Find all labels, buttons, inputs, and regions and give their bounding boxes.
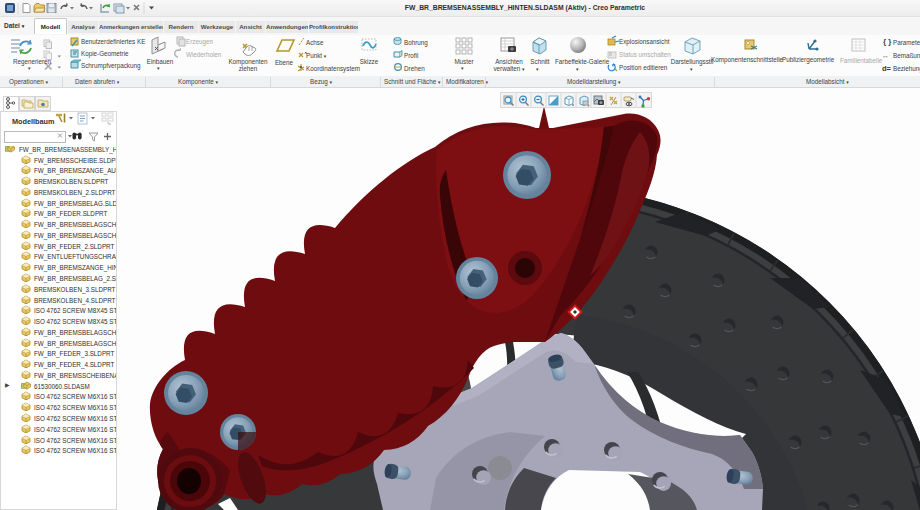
svg-text:d=: d= — [882, 64, 892, 73]
svg-text:{ }: { } — [883, 37, 891, 46]
svg-text:↔: ↔ — [882, 52, 889, 59]
